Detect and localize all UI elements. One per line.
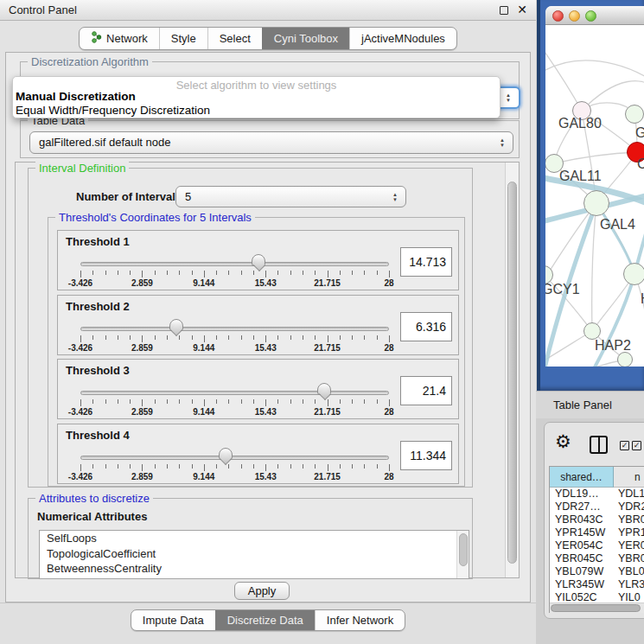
table-cell: YBL0 — [614, 565, 644, 578]
tab-select[interactable]: Select — [207, 28, 262, 49]
tick-label: 15.43 — [239, 407, 291, 417]
scroll-viewport: Interval Definition Number of Intervals … — [15, 162, 520, 578]
network-titlebar[interactable] — [545, 6, 644, 25]
network-icon — [91, 31, 102, 46]
vertical-scrollbar[interactable] — [505, 163, 519, 577]
table-cell: YBR045C — [550, 552, 614, 565]
tick-label: 2.859 — [116, 278, 168, 288]
table-row[interactable]: YDL19…YDL1 — [550, 488, 644, 501]
tick-label: 28 — [363, 407, 415, 417]
popup-item-manual-discretization[interactable]: Manual Discretization — [16, 90, 136, 103]
slider-handle[interactable] — [317, 383, 331, 395]
table-cell: YDR2 — [614, 501, 644, 513]
threshold-panel-2: Threshold 2-3.4262.8599.14415.4321.71528… — [57, 295, 459, 355]
threshold-value-field[interactable]: 14.713 — [400, 247, 452, 277]
network-node-hap2[interactable] — [583, 322, 601, 340]
list-scroll-thumb[interactable] — [459, 533, 468, 566]
tab-label: Cyni Toolbox — [274, 32, 338, 45]
tick-label: 28 — [363, 472, 415, 481]
tick-label: 15.43 — [239, 472, 291, 481]
tab-label: Impute Data — [143, 614, 204, 627]
checkbox-icon[interactable]: ✓ — [620, 441, 629, 450]
tab-cyni-toolbox[interactable]: Cyni Toolbox — [262, 28, 349, 49]
scroll-thumb[interactable] — [507, 182, 517, 564]
tick-label: -3.426 — [54, 278, 106, 288]
threshold-value-field[interactable]: 11.344 — [400, 441, 452, 470]
tab-infer-network[interactable]: Infer Network — [315, 610, 405, 630]
network-node[interactable] — [617, 352, 633, 367]
horizontal-scrollbar[interactable] — [550, 603, 644, 613]
tab-network[interactable]: Network — [80, 28, 159, 49]
table-cell: YIL0 — [614, 591, 644, 603]
list-item-topologicalcoefficient[interactable]: TopologicalCoefficient — [40, 546, 469, 562]
algorithm-dropdown: Select algorithm to view settings Manual… — [12, 76, 501, 118]
threshold-value-field[interactable]: 21.4 — [400, 376, 452, 405]
minimize-traffic-light-icon[interactable] — [569, 10, 580, 22]
apply-button[interactable]: Apply — [234, 582, 290, 600]
tick-label: 9.144 — [178, 407, 230, 417]
hscroll-thumb[interactable] — [551, 604, 641, 612]
tab-discretize-data[interactable]: Discretize Data — [215, 610, 315, 630]
network-node-h[interactable] — [623, 263, 644, 285]
list-scrollbar[interactable] — [456, 531, 469, 578]
table-cell: YPR1 — [614, 526, 644, 539]
table-row[interactable]: YDR27…YDR2 — [550, 501, 644, 513]
slider-handle[interactable] — [252, 254, 265, 266]
threshold-value-field[interactable]: 6.316 — [400, 312, 452, 341]
control-panel-titlebar: Control Panel ✕ — [0, 0, 536, 21]
slider-track[interactable] — [80, 262, 389, 266]
tick-label: 9.144 — [178, 472, 230, 481]
column-header-name[interactable]: n — [614, 467, 644, 488]
tab-style[interactable]: Style — [159, 28, 207, 49]
table-row[interactable]: YER054CYER0 — [550, 539, 644, 552]
stepper-icon: ▲▼ — [506, 93, 511, 103]
network-window: GAL80GCGAL11GAL4GCY1HHAP2 — [537, 0, 644, 391]
network-inner-window: GAL80GCGAL11GAL4GCY1HHAP2 — [545, 6, 644, 367]
node-label: GAL4 — [600, 217, 635, 233]
popup-item-equal-width-frequency-discretization[interactable]: Equal Width/Frequency Discretization — [16, 104, 210, 117]
intervals-value: 5 — [185, 187, 191, 207]
intervals-combobox[interactable]: 5 ▲▼ — [175, 186, 406, 207]
tick-label: 2.859 — [116, 472, 168, 481]
network-canvas[interactable]: GAL80GCGAL11GAL4GCY1HHAP2 — [545, 25, 644, 367]
attributes-group-title: Attributes to discretize — [35, 492, 153, 505]
table-row[interactable]: YBR043CYBR0 — [550, 513, 644, 526]
threshold-label: Threshold 4 — [66, 429, 130, 442]
tick-label: 15.43 — [239, 343, 291, 353]
numerical-attributes-label: Numerical Attributes — [37, 510, 147, 523]
table-row[interactable]: YBR045CYBR0 — [550, 552, 644, 565]
slider-track[interactable] — [80, 456, 389, 460]
top-tab-bar: NetworkStyleSelectCyni ToolboxjActiveMNo… — [0, 27, 536, 50]
list-item-selfloops[interactable]: SelfLoops — [40, 531, 469, 546]
slider-handle[interactable] — [169, 319, 183, 331]
table-row[interactable]: YPR145WYPR1 — [550, 526, 644, 539]
tab-jactivemnodules[interactable]: jActiveMNodules — [349, 28, 456, 49]
node-label: G — [635, 125, 644, 141]
zoom-traffic-light-icon[interactable] — [585, 10, 596, 22]
column-header-shared[interactable]: shared… — [550, 467, 614, 488]
slider-handle[interactable] — [219, 448, 233, 460]
bottom-tab-group: Impute DataDiscretize DataInfer Network — [131, 609, 405, 631]
table-cell: YBL079W — [550, 565, 614, 578]
tab-label: jActiveMNodules — [361, 32, 445, 45]
float-window-icon[interactable] — [500, 6, 508, 15]
panel-title: Control Panel — [9, 0, 77, 21]
table-row[interactable]: YBL079WYBL0 — [550, 565, 644, 578]
checkbox-icon[interactable]: ✓ — [632, 441, 641, 450]
slider-track[interactable] — [80, 391, 389, 395]
split-table-icon[interactable] — [590, 436, 608, 454]
bottom-tab-strip: Impute DataDiscretize DataInfer Network — [0, 603, 536, 644]
tab-impute-data[interactable]: Impute Data — [131, 610, 215, 630]
close-traffic-light-icon[interactable] — [552, 10, 564, 22]
network-node-gal4[interactable] — [583, 190, 609, 216]
list-item-betweennesscentrality[interactable]: BetweennessCentrality — [40, 561, 469, 577]
close-icon[interactable]: ✕ — [517, 3, 527, 16]
table-row[interactable]: YLR345WYLR3 — [550, 578, 644, 591]
table-header-row: shared… n — [550, 467, 644, 488]
table-data-combobox[interactable]: galFiltered.sif default node ▲▼ — [29, 131, 513, 154]
tab-label: Select — [220, 32, 251, 45]
gear-icon[interactable]: ⚙ — [555, 431, 571, 452]
network-node-g[interactable] — [625, 105, 644, 124]
table-row[interactable]: YIL052CYIL0 — [550, 591, 644, 603]
slider-track[interactable] — [80, 327, 389, 331]
